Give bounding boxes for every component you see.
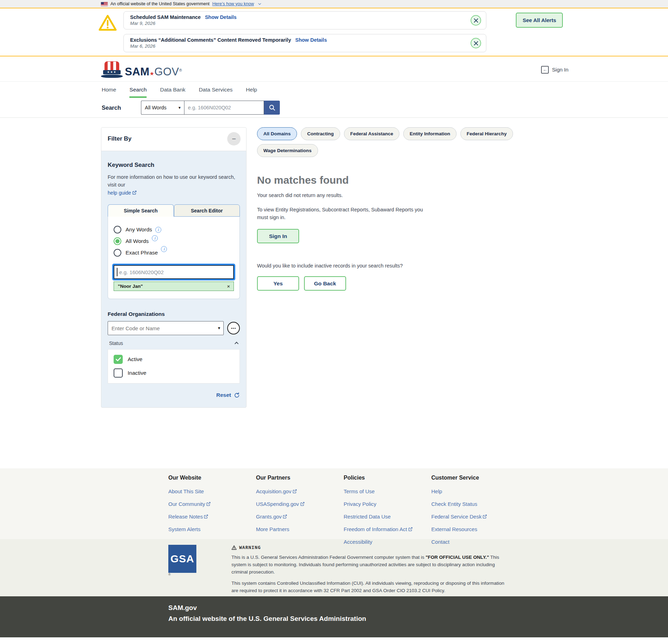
nav-item-help[interactable]: Help xyxy=(246,82,257,98)
checkbox-inactive[interactable] xyxy=(114,368,123,378)
org-more-options-button[interactable]: ••• xyxy=(227,322,240,334)
official-banner: An official website of the United States… xyxy=(0,0,668,8)
alert-date: Mar 6, 2026 xyxy=(130,43,465,49)
warning-paragraph-1: This is a U.S. General Services Administ… xyxy=(231,554,512,576)
radio-exact-phrase[interactable] xyxy=(114,249,121,257)
domain-pill-wage-determinations[interactable]: Wage Determinations xyxy=(257,144,318,157)
external-link-icon xyxy=(483,514,487,519)
check-icon xyxy=(116,357,121,361)
footer-link-restricted-data-use[interactable]: Restricted Data Use xyxy=(344,514,431,520)
yes-button[interactable]: Yes xyxy=(257,276,299,291)
simple-search-box: Any Words i All Words i Exact Phrase i xyxy=(108,216,240,299)
footer-link-our-community[interactable]: Our Community xyxy=(168,501,256,507)
footer-link-about-this-site[interactable]: About This Site xyxy=(168,488,256,494)
how-you-know-link[interactable]: Here’s how you know xyxy=(212,1,254,6)
alert-show-details-link[interactable]: Show Details xyxy=(295,37,327,43)
alert-close-button[interactable] xyxy=(471,15,481,26)
uncle-sam-hat-icon: ★★★ xyxy=(101,61,123,78)
alert-card: Exclusions “Additional Comments” Content… xyxy=(123,34,486,52)
external-link-icon xyxy=(292,489,297,494)
alert-close-button[interactable] xyxy=(471,38,481,48)
search-button[interactable] xyxy=(264,101,280,115)
tab-simple-search[interactable]: Simple Search xyxy=(108,204,174,217)
footer-tagline: An official website of the U.S. General … xyxy=(168,615,570,623)
checkbox-active[interactable] xyxy=(114,355,123,364)
keyword-info-text: For more information on how to use our k… xyxy=(108,173,240,197)
footer-link-more-partners[interactable]: More Partners xyxy=(256,526,344,532)
domain-pill-entity-information[interactable]: Entity Information xyxy=(403,127,457,140)
radio-any-words[interactable] xyxy=(114,226,121,233)
reset-filters-link[interactable]: Reset xyxy=(216,392,231,398)
footer-link-external-resources[interactable]: External Resources xyxy=(431,526,519,532)
warning-triangle-icon xyxy=(231,545,237,550)
search-type-value: All Words xyxy=(145,105,167,110)
info-icon[interactable]: i xyxy=(152,235,158,241)
identity-footer: SAM.gov An official website of the U.S. … xyxy=(0,596,668,637)
domain-pill-contracting[interactable]: Contracting xyxy=(301,127,340,140)
filter-panel: Filter By − Keyword Search For more info… xyxy=(101,127,247,408)
collapse-filters-button[interactable]: − xyxy=(227,132,241,145)
footer-link-help[interactable]: Help xyxy=(431,488,519,494)
warning-paragraph-2: This system contains Controlled Unclassi… xyxy=(231,580,512,595)
radio-any-words-label: Any Words xyxy=(126,226,152,233)
us-flag-icon xyxy=(101,2,108,6)
sam-gov-logo[interactable]: ★★★ SAM★GOV® xyxy=(101,61,182,78)
nav-item-data-services[interactable]: Data Services xyxy=(199,82,232,98)
header-sign-in-link[interactable]: ← Sign In xyxy=(541,66,568,74)
logo-text: SAM★GOV® xyxy=(125,66,182,78)
sign-in-required-message: To view Entity Registrations, Subcontrac… xyxy=(257,206,432,222)
keyword-search-input[interactable] xyxy=(114,265,234,279)
alert-show-details-link[interactable]: Show Details xyxy=(205,14,236,20)
reset-icon[interactable] xyxy=(234,392,240,398)
select-caret-icon: ▾ xyxy=(178,105,181,110)
results-area: All Domains Contracting Federal Assistan… xyxy=(257,127,570,291)
go-back-button[interactable]: Go Back xyxy=(304,276,346,291)
footer-link-terms-of-use[interactable]: Terms of Use xyxy=(344,488,431,494)
federal-org-input[interactable] xyxy=(108,321,224,335)
info-icon[interactable]: i xyxy=(155,227,161,233)
status-accordion-label: Status xyxy=(109,340,123,346)
nav-item-search[interactable]: Search xyxy=(129,82,147,98)
chevron-up-icon[interactable] xyxy=(235,342,238,346)
radio-all-words[interactable] xyxy=(114,237,121,245)
close-icon xyxy=(474,41,478,46)
domain-pill-federal-hierarchy[interactable]: Federal Hierarchy xyxy=(460,127,513,140)
text-cursor xyxy=(117,268,117,276)
footer-link-federal-service-desk[interactable]: Federal Service Desk xyxy=(431,514,519,520)
sign-in-label: Sign In xyxy=(552,67,568,73)
gsa-reg-mark: ® xyxy=(168,573,171,576)
keyword-chip-label: "Noor Jan" xyxy=(118,284,143,289)
search-icon xyxy=(268,104,276,111)
footer-col-heading: Our Website xyxy=(168,475,256,481)
domain-pill-federal-assistance[interactable]: Federal Assistance xyxy=(344,127,400,140)
footer-link-acquisition-gov[interactable]: Acquisition.gov xyxy=(256,488,344,494)
footer-link-usaspending-gov[interactable]: USASpending.gov xyxy=(256,501,344,507)
domain-pill-all-domains[interactable]: All Domains xyxy=(257,127,297,140)
global-search-input[interactable] xyxy=(184,101,264,115)
search-type-select[interactable]: All Words ▾ xyxy=(141,101,184,115)
info-icon[interactable]: i xyxy=(161,246,167,252)
footer-link-release-notes[interactable]: Release Notes xyxy=(168,514,256,520)
nav-item-home[interactable]: Home xyxy=(102,82,116,98)
help-guide-link[interactable]: help guide xyxy=(108,190,131,196)
checkbox-active-label: Active xyxy=(128,356,142,362)
footer-link-system-alerts[interactable]: System Alerts xyxy=(168,526,256,532)
tab-search-editor[interactable]: Search Editor xyxy=(174,204,240,217)
external-link-icon xyxy=(283,514,287,519)
footer-link-foia[interactable]: Freedom of Information Act xyxy=(344,526,431,532)
external-link-icon xyxy=(204,514,208,519)
nav-item-data-bank[interactable]: Data Bank xyxy=(160,82,185,98)
footer-site-name: SAM.gov xyxy=(168,604,570,612)
include-inactive-question: Would you like to include inactive recor… xyxy=(257,263,566,269)
alert-title: Scheduled SAM Maintenance xyxy=(130,14,201,20)
footer-link-grants-gov[interactable]: Grants.gov xyxy=(256,514,344,520)
gsa-logo: GSA xyxy=(168,545,196,573)
footer-link-privacy-policy[interactable]: Privacy Policy xyxy=(344,501,431,507)
gsa-warning-band: GSA® WARNING This is a U.S. General Serv… xyxy=(0,539,668,596)
keyword-search-heading: Keyword Search xyxy=(108,162,240,169)
footer-link-check-entity-status[interactable]: Check Entity Status xyxy=(431,501,519,507)
see-all-alerts-button[interactable]: See All Alerts xyxy=(516,13,563,28)
chip-remove-icon[interactable]: × xyxy=(227,284,230,289)
footer-col-heading: Our Partners xyxy=(256,475,344,481)
sign-in-button[interactable]: Sign In xyxy=(257,229,299,243)
